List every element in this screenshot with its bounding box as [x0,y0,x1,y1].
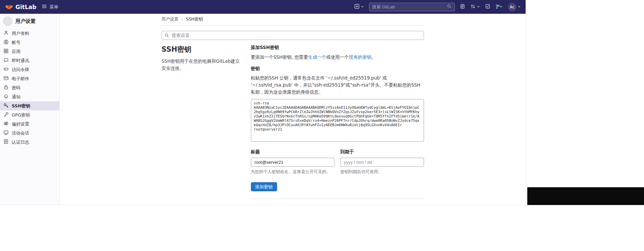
help-button[interactable]: ? [495,4,503,10]
merge-requests-button[interactable] [470,4,480,10]
todos-button[interactable] [485,4,490,10]
gitlab-window: GitLab 菜单 [0,0,526,205]
title-field-help: 为您的个人密钥命名。这将是公开可见的。 [251,169,334,175]
sidebar-nav: 用户资料 帐号 应用 即时通讯 访问令牌 电子邮件 [0,29,59,147]
gitlab-home-link[interactable]: GitLab [5,3,36,11]
intro-text: 。 [371,54,376,60]
settings-search [162,31,424,40]
intro-text: 或使用一个 [326,54,349,60]
navbar-left: GitLab 菜单 [5,3,58,11]
breadcrumb-separator: › [181,17,183,22]
add-key-intro: 要添加一个SSH密钥, 您需要生成一个或使用一个现有的密钥。 [251,54,424,60]
section-description-column: SSH密钥 SSH密钥用于在您的电脑和GitLab建立安全连接。 [162,45,251,205]
menu-button[interactable]: 菜单 [42,4,58,10]
applications-icon [3,48,9,55]
breadcrumb-ssh-keys: SSH密钥 [186,16,203,22]
page-description: SSH密钥用于在您的电脑和GitLab建立安全连接。 [162,58,242,72]
notifications-bell-icon [3,94,9,100]
ssh-key-textarea[interactable]: ssh-rsa AAAAB3NzaC1yc2EAAAADAQABAAABAQDM… [251,99,424,142]
sidebar-item-preferences[interactable]: 偏好设置 [0,119,59,129]
sidebar-item-notifications[interactable]: 通知 [0,92,59,101]
sidebar-item-label: SSH密钥 [12,103,30,109]
sidebar-item-label: 密码 [12,85,20,91]
sidebar-item-label: 用户资料 [12,31,29,37]
sidebar-header: 用户设置 [0,15,59,29]
existing-key-link[interactable]: 现有的密钥 [349,54,372,60]
sidebar-item-access-tokens[interactable]: 访问令牌 [0,65,59,74]
title-expiry-row: 标题 为您的个人密钥命名。这将是公开可见的。 到期于 密钥到期后仍可使用。 [251,149,424,175]
sidebar-item-label: 即时通讯 [12,58,29,64]
email-icon [3,76,9,82]
preferences-sliders-icon [3,121,9,127]
merge-requests-icon [470,4,476,10]
breadcrumb: 用户设置 › SSH密钥 [162,16,424,26]
settings-sidebar: 用户设置 用户资料 帐号 应用 即时通讯 访问令牌 [0,14,60,205]
auth-log-icon [3,139,9,145]
sidebar-item-label: 访问令牌 [12,67,29,73]
page-title: SSH密钥 [162,45,242,54]
main-content: 用户设置 › SSH密钥 SSH密钥 SSH密钥用于在您的电脑和GitLab建立… [60,14,526,205]
issues-button[interactable] [460,4,465,10]
intro-text: 要添加一个SSH密钥, 您需要 [251,54,308,60]
key-expiry-input[interactable] [340,158,424,167]
title-field-label: 标题 [251,149,334,155]
key-title-input[interactable] [251,158,334,167]
notification-dot [497,4,500,7]
access-token-icon [3,66,9,73]
screen-artifact [527,187,644,205]
add-key-button[interactable]: 添加密钥 [251,182,277,191]
expiry-field-group: 到期于 密钥到期后仍可使用。 [340,149,424,175]
user-settings-avatar [3,16,12,26]
sidebar-item-password[interactable]: 密码 [0,83,59,92]
expiry-field-label: 到期于 [340,149,424,155]
gitlab-logo-text: GitLab [15,4,36,10]
user-avatar: Ac [508,3,517,11]
account-icon [3,39,9,46]
sidebar-item-label: 认证日志 [12,139,29,145]
sidebar-item-label: 电子邮件 [12,76,29,82]
new-item-button[interactable] [354,4,364,10]
ssh-keys-section: SSH密钥 SSH密钥用于在您的电脑和GitLab建立安全连接。 添加SSH密钥… [162,45,424,205]
hamburger-icon [42,4,47,10]
todos-icon [485,4,490,10]
sidebar-item-chat[interactable]: 即时通讯 [0,56,59,65]
chat-icon [3,57,9,64]
title-field-group: 标题 为您的个人密钥命名。这将是公开可见的。 [251,149,334,175]
chevron-down-icon [518,4,521,9]
chevron-down-icon [477,4,480,9]
key-field-label: 密钥 [251,66,424,72]
sidebar-item-account[interactable]: 帐号 [0,38,59,47]
user-menu-button[interactable]: Ac [508,3,521,11]
gpg-key-icon [3,112,9,118]
sidebar-item-auth-log[interactable]: 认证日志 [0,138,59,147]
global-search [369,3,455,11]
global-search-input[interactable] [372,4,447,9]
section-form-column: 添加SSH密钥 要添加一个SSH密钥, 您需要生成一个或使用一个现有的密钥。 密… [251,45,424,205]
search-icon [447,4,452,10]
section-divider [251,199,424,199]
your-keys-heading: 您的SSH密钥(0) [251,204,424,205]
chevron-down-icon [361,4,364,9]
sidebar-item-label: 帐号 [12,40,20,46]
settings-search-input[interactable] [162,31,424,40]
sidebar-title: 用户设置 [15,18,36,24]
active-sessions-icon [3,130,9,136]
sidebar-item-ssh-keys[interactable]: SSH密钥 [0,101,59,110]
sidebar-item-emails[interactable]: 电子邮件 [0,74,59,83]
sidebar-item-active-sessions[interactable]: 活动会话 [0,129,59,138]
plus-icon [354,4,360,10]
sidebar-item-label: 应用 [12,49,20,55]
sidebar-item-label: GPG密钥 [12,112,30,118]
sidebar-item-label: 通知 [12,94,20,100]
ssh-key-icon [3,103,9,109]
sidebar-item-gpg-keys[interactable]: GPG密钥 [0,110,59,119]
key-field-help: 粘贴您的SSH 公钥，通常包含在文件 '~/.ssh/id_ed25519.pu… [251,74,424,96]
sidebar-item-applications[interactable]: 应用 [0,47,59,56]
expiry-field-help: 密钥到期后仍可使用。 [340,169,424,175]
breadcrumb-user-settings[interactable]: 用户设置 [162,16,178,22]
sidebar-item-label: 偏好设置 [12,121,29,127]
sidebar-item-profile[interactable]: 用户资料 [0,29,59,38]
add-key-heading: 添加SSH密钥 [251,45,424,51]
generate-key-link[interactable]: 生成一个 [308,54,326,60]
password-lock-icon [3,85,9,91]
